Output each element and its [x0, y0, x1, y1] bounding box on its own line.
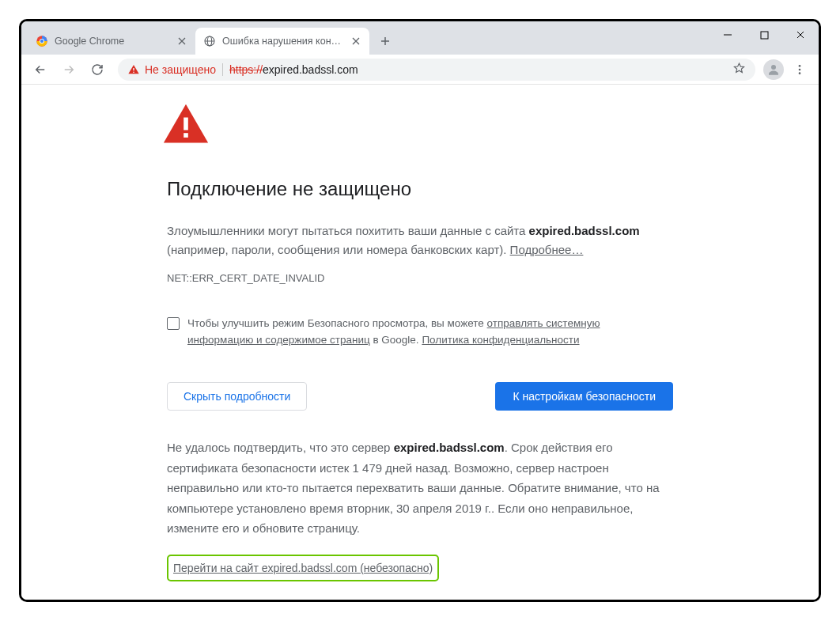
privacy-policy-link[interactable]: Политика конфиденциальности [422, 334, 579, 346]
minimize-button[interactable] [709, 21, 746, 48]
new-tab-button[interactable] [374, 30, 396, 52]
separator [222, 63, 223, 76]
close-icon[interactable] [350, 36, 361, 47]
page-viewport[interactable]: Подключение не защищено Злоумышленники м… [21, 85, 819, 600]
not-secure-label: Не защищено [145, 63, 216, 76]
details-paragraph: Не удалось подтвердить, что это сервер e… [167, 437, 673, 539]
not-secure-chip[interactable]: Не защищено [127, 63, 216, 76]
back-button[interactable] [28, 57, 53, 82]
proceed-highlight: Перейти на сайт expired.badssl.com (небе… [167, 555, 439, 581]
svg-point-3 [40, 40, 44, 43]
details-domain: expired.badssl.com [394, 441, 505, 454]
opt-in-text: Чтобы улучшить режим Безопасного просмот… [187, 316, 610, 349]
tab-active-error[interactable]: Ошибка нарушения конфиденц [195, 28, 369, 55]
close-icon[interactable] [176, 36, 187, 47]
bookmark-star-icon[interactable] [732, 62, 746, 78]
chrome-icon [36, 35, 48, 47]
error-code: NET::ERR_CERT_DATE_INVALID [167, 271, 673, 287]
svg-rect-7 [133, 68, 134, 70]
tab-google-chrome[interactable]: Google Chrome [28, 28, 195, 55]
close-window-button[interactable] [782, 21, 819, 48]
warning-triangle-icon [127, 63, 140, 76]
svg-rect-13 [184, 118, 188, 131]
url-host: expired.badssl.com [263, 63, 358, 76]
svg-point-9 [771, 65, 776, 70]
svg-point-11 [799, 68, 801, 70]
globe-icon [203, 35, 216, 47]
menu-button[interactable] [787, 57, 812, 82]
proceed-unsafe-link[interactable]: Перейти на сайт expired.badssl.com (небе… [173, 562, 433, 574]
page-heading: Подключение не защищено [167, 174, 673, 204]
svg-rect-6 [761, 32, 768, 39]
intro-suffix: (например, пароли, сообщения или номера … [167, 243, 510, 256]
page-warning-icon [162, 102, 673, 150]
maximize-button[interactable] [746, 21, 782, 48]
svg-point-12 [799, 72, 801, 74]
opt-in-row: Чтобы улучшить режим Безопасного просмот… [167, 316, 610, 349]
reload-button[interactable] [85, 57, 110, 82]
svg-point-10 [799, 65, 801, 67]
profile-avatar[interactable] [763, 59, 784, 80]
svg-rect-8 [133, 71, 134, 72]
learn-more-link[interactable]: Подробнее… [510, 243, 584, 256]
tab-title: Google Chrome [55, 36, 170, 47]
tab-title: Ошибка нарушения конфиденц [222, 36, 344, 47]
tab-strip: Google Chrome Ошибка нарушения конфиденц [21, 21, 819, 55]
address-bar[interactable]: Не защищено https://expired.badssl.com [118, 59, 755, 81]
svg-rect-14 [184, 133, 188, 138]
intro-domain: expired.badssl.com [529, 224, 640, 237]
hide-details-button[interactable]: Скрыть подробности [167, 382, 307, 411]
intro-text: Злоумышленники могут пытаться похитить в… [167, 224, 529, 237]
window-controls [709, 21, 819, 48]
safety-settings-button[interactable]: К настройкам безопасности [495, 382, 673, 411]
toolbar: Не защищено https://expired.badssl.com [21, 55, 819, 85]
opt-in-checkbox[interactable] [167, 317, 180, 330]
forward-button[interactable] [56, 57, 81, 82]
url-scheme: https:// [229, 63, 263, 76]
intro-paragraph: Злоумышленники могут пытаться похитить в… [167, 222, 673, 259]
